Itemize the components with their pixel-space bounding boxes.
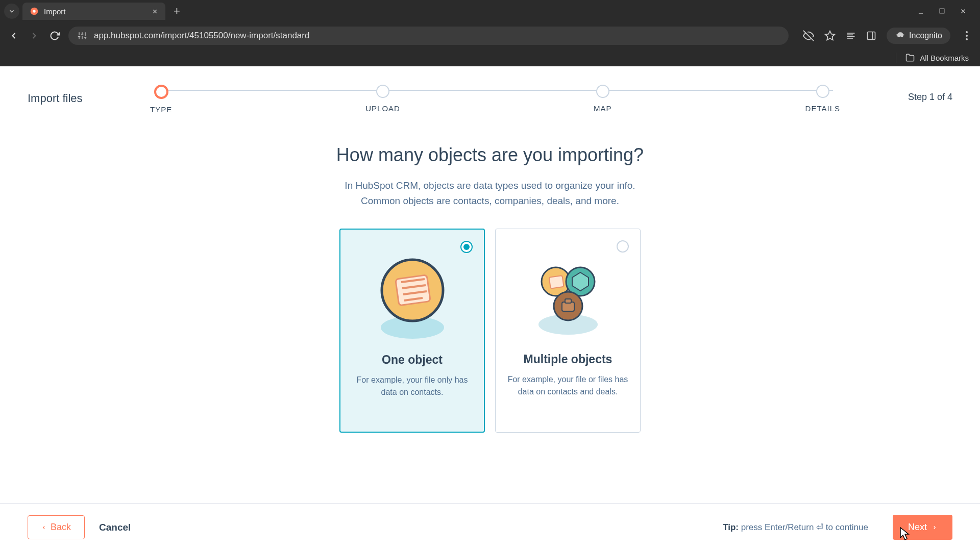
- progress-stepper: TYPE UPLOAD MAP DETAILS: [150, 81, 840, 114]
- multiple-objects-illustration-icon: [527, 251, 609, 342]
- minimize-icon[interactable]: [917, 8, 924, 15]
- subtitle-line: In HubSpot CRM, objects are data types u…: [345, 180, 635, 191]
- tip-bold: Tip:: [723, 522, 739, 532]
- maximize-icon[interactable]: [939, 8, 945, 15]
- reading-list-icon[interactable]: [846, 31, 856, 41]
- stepper-row: Import files TYPE UPLOAD MAP DETAILS Ste…: [0, 66, 980, 114]
- next-label: Next: [908, 522, 927, 533]
- main-heading: How many objects are you importing?: [336, 144, 644, 166]
- url-text: app.hubspot.com/import/45105500/new-impo…: [94, 31, 309, 41]
- next-button[interactable]: Next: [893, 515, 952, 540]
- browser-tab-active[interactable]: Import: [22, 3, 165, 20]
- card-title: Multiple objects: [524, 353, 612, 366]
- url-input[interactable]: app.hubspot.com/import/45105500/new-impo…: [68, 27, 789, 45]
- one-object-illustration-icon: [372, 251, 453, 343]
- reload-icon[interactable]: [48, 29, 61, 42]
- step-upload: UPLOAD: [365, 85, 400, 113]
- back-button[interactable]: Back: [28, 515, 85, 539]
- bookmark-divider: [896, 53, 896, 63]
- step-details: DETAILS: [805, 85, 840, 113]
- footer-bar: Back Cancel Tip: press Enter/Return ⏎ to…: [0, 503, 980, 551]
- bookmark-star-icon[interactable]: [824, 30, 836, 41]
- card-multiple-objects[interactable]: Multiple objects For example, your file …: [495, 229, 641, 433]
- svg-rect-30: [395, 275, 430, 306]
- card-one-object[interactable]: One object For example, your file only h…: [339, 229, 485, 433]
- forward-nav-icon[interactable]: [28, 29, 41, 42]
- app-content: Import files TYPE UPLOAD MAP DETAILS Ste…: [0, 66, 980, 551]
- eye-off-icon[interactable]: [803, 30, 814, 41]
- close-tab-icon[interactable]: [152, 8, 158, 15]
- folder-icon: [905, 53, 915, 62]
- subtitle-line: Common objects are contacts, companies, …: [361, 195, 619, 206]
- card-desc: For example, your file only has data on …: [352, 374, 473, 398]
- tab-search-chevron[interactable]: [4, 4, 19, 19]
- step-label: TYPE: [150, 105, 172, 114]
- option-cards: One object For example, your file only h…: [339, 229, 641, 433]
- main-panel: How many objects are you importing? In H…: [0, 114, 980, 503]
- step-circle: [816, 85, 829, 98]
- step-counter: Step 1 of 4: [871, 81, 952, 103]
- hubspot-favicon-icon: [30, 7, 39, 16]
- stepper-line: [157, 90, 833, 91]
- step-circle: [376, 85, 389, 98]
- radio-selected-icon[interactable]: [460, 241, 473, 253]
- step-label: MAP: [594, 104, 612, 113]
- all-bookmarks-link[interactable]: All Bookmarks: [920, 54, 969, 62]
- page-title: Import files: [28, 81, 119, 105]
- incognito-label: Incognito: [909, 31, 942, 40]
- step-circle-active: [154, 85, 168, 99]
- svg-rect-5: [940, 9, 944, 13]
- incognito-badge[interactable]: Incognito: [887, 28, 950, 44]
- tip-text: Tip: press Enter/Return ⏎ to continue: [723, 522, 868, 533]
- new-tab-button[interactable]: +: [168, 5, 185, 18]
- back-nav-icon[interactable]: [7, 29, 20, 42]
- step-circle: [596, 85, 609, 98]
- svg-rect-23: [868, 32, 875, 40]
- cancel-button[interactable]: Cancel: [99, 522, 131, 533]
- chevron-right-icon: [932, 524, 937, 531]
- step-label: UPLOAD: [365, 104, 400, 113]
- svg-rect-42: [565, 299, 571, 303]
- step-label: DETAILS: [805, 104, 840, 113]
- address-bar-row: app.hubspot.com/import/45105500/new-impo…: [0, 22, 980, 49]
- svg-point-26: [966, 35, 968, 37]
- main-subtitle: In HubSpot CRM, objects are data types u…: [345, 178, 635, 209]
- site-settings-icon[interactable]: [78, 31, 87, 40]
- chevron-left-icon: [41, 524, 46, 531]
- back-label: Back: [51, 522, 71, 533]
- tab-title: Import: [44, 7, 66, 16]
- bookmark-bar: All Bookmarks: [0, 49, 980, 66]
- incognito-icon: [895, 31, 905, 41]
- svg-point-1: [33, 10, 35, 12]
- svg-point-27: [966, 38, 968, 40]
- radio-unselected-icon[interactable]: [617, 240, 629, 253]
- svg-rect-37: [549, 276, 564, 288]
- tip-rest: press Enter/Return ⏎ to continue: [739, 522, 868, 532]
- side-panel-icon[interactable]: [866, 31, 876, 41]
- window-controls: [917, 8, 976, 15]
- tab-bar: Import +: [0, 0, 980, 22]
- close-window-icon[interactable]: [960, 8, 967, 15]
- card-title: One object: [382, 353, 443, 367]
- svg-marker-18: [825, 31, 835, 40]
- browser-chrome: Import + app.hubspot.com/import/45105500…: [0, 0, 980, 66]
- step-map: MAP: [594, 85, 612, 113]
- extension-icons: Incognito: [803, 28, 973, 44]
- browser-menu-icon[interactable]: [961, 31, 973, 40]
- step-type: TYPE: [150, 85, 172, 114]
- card-desc: For example, your file or files has data…: [507, 373, 629, 398]
- svg-point-25: [966, 31, 968, 33]
